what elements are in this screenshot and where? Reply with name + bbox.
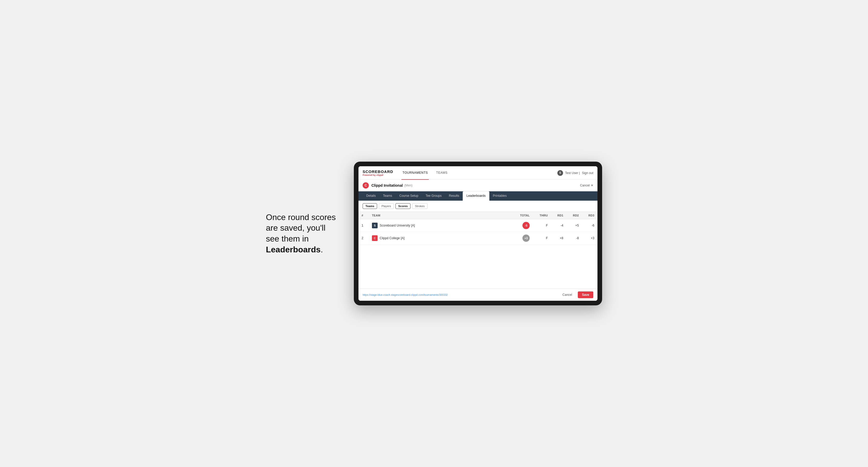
table-row: 1 S Scoreboard University [A] -5 F -4 +5… <box>359 219 597 232</box>
team-cell: C Clippd College [A] <box>369 232 512 245</box>
user-label: Test User | <box>565 171 580 175</box>
page-wrapper: Once round scores are saved, you'll see … <box>266 162 602 305</box>
col-team: TEAM <box>369 212 512 219</box>
thru-cell: F <box>533 219 551 232</box>
score-badge: +3 <box>523 235 530 242</box>
tournament-gender: (Men) <box>404 184 412 187</box>
tournament-header: C Clippd Invitational (Men) Cancel ✕ <box>359 180 597 191</box>
team-logo: C <box>372 235 378 241</box>
tab-printables[interactable]: Printables <box>489 191 510 201</box>
filter-scores[interactable]: Scores <box>396 203 411 209</box>
tablet-frame: SCOREBOARD Powered by clippd TOURNAMENTS… <box>354 162 602 305</box>
nav-teams[interactable]: TEAMS <box>435 166 448 180</box>
nav-tournaments[interactable]: TOURNAMENTS <box>401 166 429 180</box>
tab-course-setup[interactable]: Course Setup <box>396 191 422 201</box>
team-logo: S <box>372 223 378 228</box>
table-header-row: # TEAM TOTAL THRU RD1 RD2 RD3 <box>359 212 597 219</box>
thru-cell: F <box>533 232 551 245</box>
tournament-cancel-btn[interactable]: Cancel ✕ <box>580 184 593 187</box>
table-row: 2 C Clippd College [A] +3 F +8 -8 +3 <box>359 232 597 245</box>
brand: SCOREBOARD Powered by clippd <box>363 169 393 176</box>
team-name: Scoreboard University [A] <box>380 224 415 227</box>
tournament-name: Clippd Invitational <box>371 183 403 187</box>
filter-strokes[interactable]: Strokes <box>412 203 427 209</box>
top-nav: SCOREBOARD Powered by clippd TOURNAMENTS… <box>359 166 597 180</box>
col-thru: THRU <box>533 212 551 219</box>
nav-right: S Test User | Sign out <box>557 170 593 176</box>
col-rd1: RD1 <box>551 212 566 219</box>
score-badge: -5 <box>523 222 530 229</box>
filter-bar: Teams Players Scores Strokes <box>359 201 597 212</box>
rd1-cell: +8 <box>551 232 566 245</box>
tab-tee-groups[interactable]: Tee Groups <box>422 191 445 201</box>
col-rd2: RD2 <box>566 212 582 219</box>
user-avatar: S <box>557 170 563 176</box>
tab-results[interactable]: Results <box>445 191 463 201</box>
sidebar-description: Once round scores are saved, you'll see … <box>266 212 338 255</box>
rank-cell: 1 <box>359 219 369 232</box>
rd3-cell: +3 <box>582 232 597 245</box>
cancel-button[interactable]: Cancel <box>559 291 575 298</box>
leaderboard-table-container: # TEAM TOTAL THRU RD1 RD2 RD3 1 S <box>359 212 597 288</box>
rd1-cell: -4 <box>551 219 566 232</box>
sign-out-link[interactable]: Sign out <box>582 171 593 175</box>
rd2-cell: -8 <box>566 232 582 245</box>
sub-tabs: Details Teams Course Setup Tee Groups Re… <box>359 191 597 201</box>
filter-players[interactable]: Players <box>379 203 394 209</box>
team-cell: S Scoreboard University [A] <box>369 219 512 232</box>
rd3-cell: -6 <box>582 219 597 232</box>
tablet-screen: SCOREBOARD Powered by clippd TOURNAMENTS… <box>359 166 597 301</box>
brand-title: SCOREBOARD <box>363 169 393 174</box>
col-rank: # <box>359 212 369 219</box>
tournament-icon: C <box>363 182 369 188</box>
rd2-cell: +5 <box>566 219 582 232</box>
footer-url: https://stage-blue-coach.stagescoreboard… <box>363 293 448 296</box>
rank-cell: 2 <box>359 232 369 245</box>
col-total: TOTAL <box>512 212 533 219</box>
tab-teams[interactable]: Teams <box>379 191 396 201</box>
tab-leaderboards[interactable]: Leaderboards <box>463 191 489 201</box>
col-rd3: RD3 <box>582 212 597 219</box>
brand-subtitle: Powered by clippd <box>363 174 393 176</box>
save-button[interactable]: Save <box>578 291 593 298</box>
total-cell: -5 <box>512 219 533 232</box>
filter-teams[interactable]: Teams <box>363 203 377 209</box>
tab-details[interactable]: Details <box>363 191 379 201</box>
leaderboard-table: # TEAM TOTAL THRU RD1 RD2 RD3 1 S <box>359 212 597 245</box>
total-cell: +3 <box>512 232 533 245</box>
team-name: Clippd College [A] <box>380 236 404 240</box>
footer: https://stage-blue-coach.stagescoreboard… <box>359 288 597 301</box>
